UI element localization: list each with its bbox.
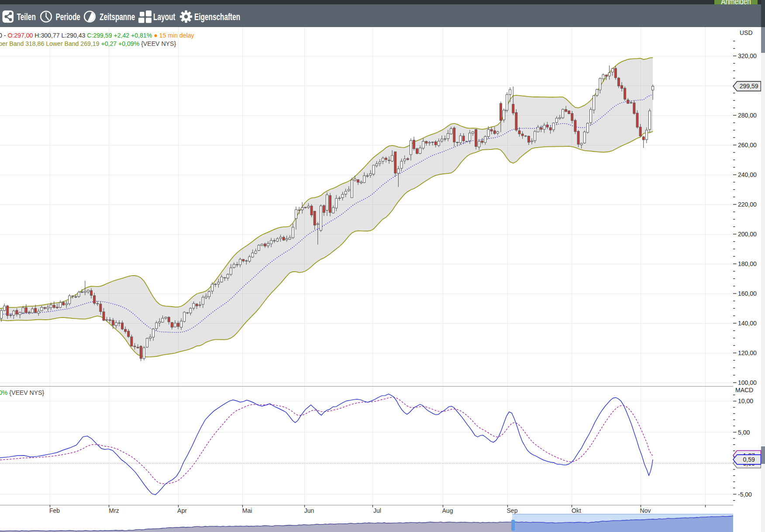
svg-text:Mrz: Mrz [109,507,119,514]
svg-text:Nov: Nov [640,507,651,514]
svg-text:MACD: MACD [735,387,753,394]
svg-text:Feb: Feb [49,507,60,514]
svg-text:Okt: Okt [572,507,581,514]
svg-text:180,00: 180,00 [738,260,757,267]
svg-text:Zeitspanne: Zeitspanne [100,11,135,22]
svg-text:Jun: Jun [304,507,314,514]
svg-text:Mai: Mai [242,507,252,514]
svg-text:Sep: Sep [507,507,518,514]
svg-text:299,59: 299,59 [740,83,758,90]
svg-text:Teilen: Teilen [17,11,36,22]
svg-text:240,00: 240,00 [738,171,757,178]
svg-text:120,00: 120,00 [738,349,757,356]
svg-text:10,00: 10,00 [738,397,753,404]
svg-text:200,00: 200,00 [738,231,757,238]
svg-text:Jul: Jul [373,507,381,514]
svg-text:Apr: Apr [177,507,187,514]
svg-text:5,00: 5,00 [738,429,750,436]
svg-text:-5,00: -5,00 [738,491,752,498]
svg-text:Periode: Periode [56,11,80,22]
svg-text:Layout: Layout [153,11,176,22]
svg-text:280,00: 280,00 [738,112,757,119]
svg-text:USD: USD [740,29,753,36]
svg-text:0,59: 0,59 [743,456,755,463]
svg-text:320,00: 320,00 [738,52,757,59]
svg-text:100,00: 100,00 [738,379,757,386]
svg-text:220,00: 220,00 [738,201,757,208]
svg-text:160,00: 160,00 [738,290,757,297]
svg-text:140,00: 140,00 [738,320,757,327]
svg-text:260,00: 260,00 [738,142,757,149]
svg-text:Eigenschaften: Eigenschaften [194,11,240,22]
svg-text:Aug: Aug [442,507,453,514]
